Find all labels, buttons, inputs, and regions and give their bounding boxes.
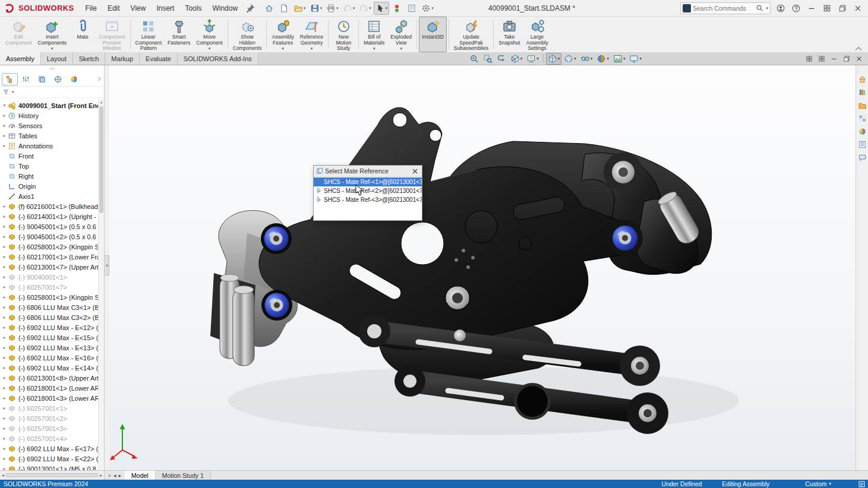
search-caret-icon[interactable]: ▾ [766,6,768,11]
file-explorer-button[interactable] [857,100,867,110]
tree-item[interactable]: ▸(-) 60213001<8> (Upper Articu [0,373,98,383]
dialog-titlebar[interactable]: Select Mate Reference [314,166,422,177]
tree-item[interactable]: ▸Tables [0,131,98,141]
tree-expand-icon[interactable]: ▾ [1,103,8,108]
home-button[interactable] [262,2,276,15]
titlebar-close-button[interactable] [850,1,866,15]
tab-model[interactable]: Model [125,471,156,480]
tree-scrollbar[interactable]: ▲ [98,99,104,470]
ribbon-component-preview-window-button[interactable]: Component Preview Window [96,17,128,52]
tree-expand-icon[interactable]: ▸ [1,284,8,290]
view-settings-button[interactable]: ▾ [627,53,643,65]
collapse-ribbon-button[interactable] [854,46,863,52]
tree-expand-icon[interactable]: ▸ [1,405,8,411]
tree-expand-icon[interactable]: ▸ [1,355,8,360]
tree-item[interactable]: ▸History [0,110,98,121]
tree-item[interactable]: ▸(-) 6806 LLU Max C3<1> (Beari [0,302,98,312]
filter-caret-icon[interactable] [10,89,16,95]
status-corner-icon[interactable] [858,481,868,487]
tree-expand-icon[interactable]: ▸ [1,416,8,421]
tab-scroll-prev-icon[interactable]: ◂ [113,473,116,479]
tree-expand-icon[interactable]: ▸ [1,254,8,259]
tree-item[interactable]: ▸(-) 60213001<7> (Upper Articu [0,262,98,272]
tab-assembly[interactable]: Assembly [0,52,41,65]
doc-minimize-button[interactable] [828,53,840,65]
new-document-button[interactable] [277,2,291,15]
ribbon-insert-components-button[interactable]: Insert Components▾ [34,17,70,52]
tree-item[interactable]: ▸(-) 60257001<2> [0,413,98,423]
scroll-left-icon[interactable]: ◂ [2,473,4,478]
ribbon-large-assembly-settings-button[interactable]: Large Assembly Settings▾ [523,17,551,52]
apply-scene-button[interactable]: ▾ [611,53,627,65]
tree-expand-icon[interactable]: ▸ [1,214,8,219]
tree-expand-icon[interactable]: ▸ [1,113,8,118]
tree-item[interactable]: ▸(-) 60257001<1> [0,403,98,413]
search-commands-box[interactable]: ▾ [680,2,771,14]
tree-item[interactable]: ▸(-) 60258001<1> (Kingpin Spac [0,292,98,302]
ribbon-take-snapshot-button[interactable]: Take Snapshot [495,17,523,52]
status-custom-dropdown[interactable]: Custom ▾ [805,480,831,487]
hide-show-items-button[interactable]: ▾ [579,53,595,65]
tree-expand-icon[interactable]: ▸ [1,375,8,381]
tab-evaluate[interactable]: Evaluate [140,52,178,65]
ribbon-show-hidden-components-button[interactable]: Show Hidden Components [230,17,265,52]
titlebar-restore-button[interactable] [835,1,850,15]
tree-expand-icon[interactable]: ▸ [1,264,8,270]
tree-item[interactable]: ▸(-) 6902 LLU Max - E<13> (Ø 1 [0,343,98,353]
titlebar-minimize-button[interactable] [804,1,819,15]
tree-item[interactable]: ▸(-) 6902 LLU Max - E<15> (Ø 1 [0,332,98,343]
edit-appearance-button[interactable]: ▾ [595,53,611,65]
file-properties-button[interactable] [405,2,419,15]
titlebar-user-account-button[interactable] [773,1,788,15]
titlebar-window-layout-button[interactable] [819,1,835,15]
design-library-button[interactable] [857,87,867,97]
panel-splitter-handle[interactable]: ◂ [105,255,109,275]
view-palette-button[interactable] [857,113,867,123]
titlebar-help-button[interactable] [788,1,804,15]
tree-item[interactable]: ▸(-) 60257001<3> [0,423,98,433]
tab-solidworks-add-ins[interactable]: SOLIDWORKS Add-Ins [178,52,258,65]
zoom-to-area-button[interactable] [481,53,494,65]
save-button[interactable]: ▾ [308,2,324,15]
appearances-scenes-button[interactable] [857,126,867,137]
tree-item[interactable]: ▸(-) 6902 LLU Max - E<16> (Ø 1 [0,353,98,363]
mate-reference-item[interactable]: SHCS - Mate Ref-<2>@[60213001<7>] [314,186,422,195]
dimxpertmanager-tab[interactable] [50,73,66,85]
scroll-right-icon[interactable]: ▸ [100,473,102,478]
menu-view[interactable]: View [125,0,151,17]
search-scope-icon[interactable] [683,4,691,12]
tree-expand-icon[interactable]: ▸ [1,224,8,229]
performance-pipeline-button[interactable] [390,2,404,15]
tree-item[interactable]: ▸(-) 6902 LLU Max - E<22> (Ø 1 [0,454,98,464]
ribbon-update-speedpak-subassemblies-button[interactable]: Update SpeedPak Subassemblies [451,17,491,52]
tree-item[interactable]: ▸(f) 60216001<1> (Bulkhead) [0,201,98,211]
featuremanager-tab[interactable] [2,73,18,85]
tree-item[interactable]: ▸(-) 6902 LLU Max - E<12> (Ø 1 [0,322,98,332]
tree-item[interactable]: ▸(-) 90045001<1> (0.5 x 0.6 x 1 B [0,221,98,232]
print-button[interactable]: ▾ [324,2,340,15]
view-orientation-button[interactable]: ▾ [546,53,562,65]
tree-item[interactable]: ▸Annotations [0,141,98,151]
tree-expand-icon[interactable]: ▸ [1,426,8,431]
ribbon-mate-button[interactable]: Mate [70,17,96,52]
menu-window[interactable]: Window [207,0,243,17]
tree-item[interactable]: ▸(-) 60214001<1> (Upright - Lef [0,211,98,221]
redo-button[interactable]: ▾ [357,2,373,15]
open-document-button[interactable]: ▾ [292,2,308,15]
scrollbar-track[interactable] [6,473,98,477]
ribbon-exploded-view-button[interactable]: Exploded View▾ [387,17,415,52]
tree-expand-icon[interactable]: ▸ [1,234,8,239]
ribbon-linear-component-pattern-button[interactable]: Linear Component Pattern▾ [132,17,165,52]
tree-item[interactable]: ▸(-) 60257001<4> [0,433,98,443]
tree-expand-icon[interactable]: ▸ [1,436,8,441]
menu-tools[interactable]: Tools [179,0,207,17]
doc-close-button[interactable] [853,53,865,65]
menu-insert[interactable]: Insert [151,0,179,17]
dynamic-annotation-views-button[interactable]: ▾ [525,53,541,65]
search-icon[interactable] [756,4,763,12]
pin-icon[interactable] [244,2,256,14]
scrollbar-thumb[interactable] [99,106,103,213]
tab-scroll-next-icon[interactable]: ▸ [119,473,122,479]
tab-scroll-first-icon[interactable]: « [108,473,111,479]
dialog-close-icon[interactable] [411,167,419,176]
